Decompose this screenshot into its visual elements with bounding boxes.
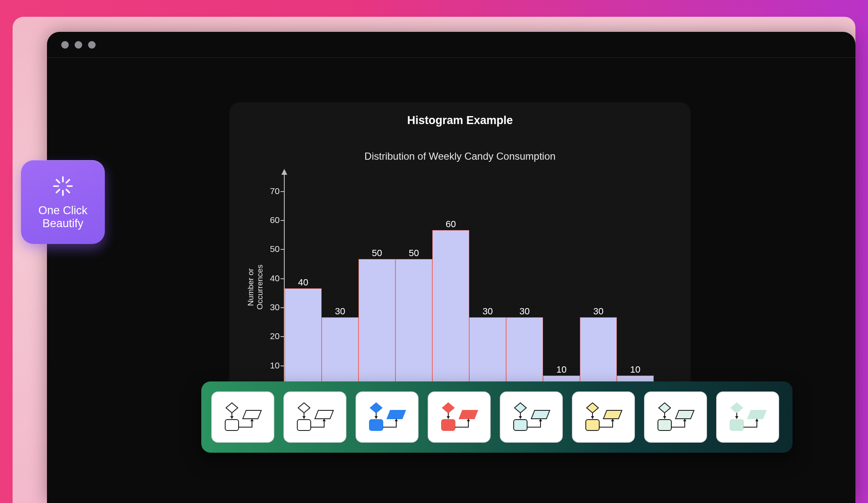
svg-marker-52: [735, 416, 738, 419]
chart-bar-value: 60: [446, 219, 456, 230]
theme-swatch-teal-light[interactable]: [500, 392, 563, 443]
theme-swatch-blue[interactable]: [356, 392, 418, 443]
svg-marker-38: [587, 403, 598, 413]
svg-marker-26: [442, 403, 454, 413]
svg-marker-44: [659, 403, 670, 413]
chart-bar-value: 30: [483, 306, 493, 317]
svg-marker-18: [315, 410, 333, 419]
svg-marker-12: [243, 410, 261, 419]
svg-marker-36: [531, 410, 550, 419]
svg-rect-53: [730, 420, 743, 430]
svg-marker-34: [519, 416, 522, 419]
svg-rect-29: [442, 420, 455, 430]
svg-marker-46: [663, 416, 666, 419]
svg-marker-42: [603, 410, 622, 419]
svg-rect-17: [297, 420, 311, 430]
sparkle-icon: [51, 174, 75, 200]
one-click-beautify-button[interactable]: One ClickBeautify: [21, 160, 105, 244]
theme-swatch-mint[interactable]: [644, 392, 707, 443]
svg-rect-11: [225, 420, 239, 430]
chart-y-tick: 40: [270, 273, 280, 283]
svg-rect-23: [369, 420, 383, 430]
chart-bars: 40305050603030103010: [285, 170, 678, 404]
window-control-close[interactable]: [61, 41, 69, 49]
svg-rect-47: [658, 420, 671, 430]
svg-marker-50: [731, 403, 743, 413]
svg-line-4: [57, 180, 60, 183]
svg-marker-54: [748, 410, 766, 419]
chart-title: Histogram Example: [229, 114, 691, 127]
window-control-zoom[interactable]: [88, 41, 96, 49]
theme-swatch-outline-white[interactable]: [211, 392, 274, 443]
chart-y-tick: 60: [270, 215, 280, 225]
svg-marker-10: [230, 416, 234, 419]
svg-marker-14: [298, 403, 310, 413]
chart-y-tick: 30: [270, 302, 280, 312]
theme-swatch-yellow[interactable]: [572, 392, 635, 443]
chart-plot: 40305050603030103010: [284, 170, 678, 404]
chart-subtitle: Distribution of Weekly Candy Consumption: [229, 150, 691, 162]
theme-swatch-mint-pale[interactable]: [716, 392, 779, 443]
svg-line-5: [66, 189, 69, 192]
svg-line-6: [66, 180, 69, 183]
chart-bar: 60: [432, 230, 469, 404]
svg-marker-30: [459, 410, 478, 419]
chart-bar-value: 10: [556, 364, 567, 375]
svg-marker-22: [374, 416, 378, 419]
svg-marker-28: [447, 416, 450, 419]
chart-bar-value: 30: [335, 306, 345, 317]
theme-swatch-red[interactable]: [428, 392, 491, 443]
svg-marker-24: [387, 410, 405, 419]
svg-marker-48: [676, 410, 694, 419]
chart-plot-area: Number or Occurrences 10203040506070 403…: [259, 170, 678, 404]
chart-y-tick: 70: [270, 186, 280, 196]
svg-line-7: [57, 189, 60, 192]
svg-rect-41: [586, 420, 599, 430]
chart-bar-value: 10: [630, 364, 640, 375]
svg-marker-40: [591, 416, 594, 419]
svg-rect-35: [514, 420, 527, 430]
chart-bar-value: 40: [298, 277, 308, 288]
svg-marker-32: [515, 403, 526, 413]
window-control-minimize[interactable]: [75, 41, 82, 49]
chart-y-tick: 20: [270, 331, 280, 341]
window-titlebar: [47, 32, 855, 58]
chart-bar-value: 30: [520, 306, 530, 317]
chart-bar-value: 50: [372, 248, 382, 259]
svg-marker-20: [370, 403, 382, 413]
theme-swatch-outline-white-2[interactable]: [283, 392, 346, 443]
theme-picker-bar: [201, 381, 793, 453]
chart-bar-value: 30: [593, 306, 603, 317]
chart-y-tick: 10: [270, 360, 280, 371]
svg-marker-8: [226, 403, 238, 413]
beautify-label: One ClickBeautify: [38, 204, 87, 230]
svg-marker-16: [302, 416, 306, 419]
chart-bar-value: 50: [409, 248, 419, 259]
chart-y-tick: 50: [270, 244, 280, 254]
